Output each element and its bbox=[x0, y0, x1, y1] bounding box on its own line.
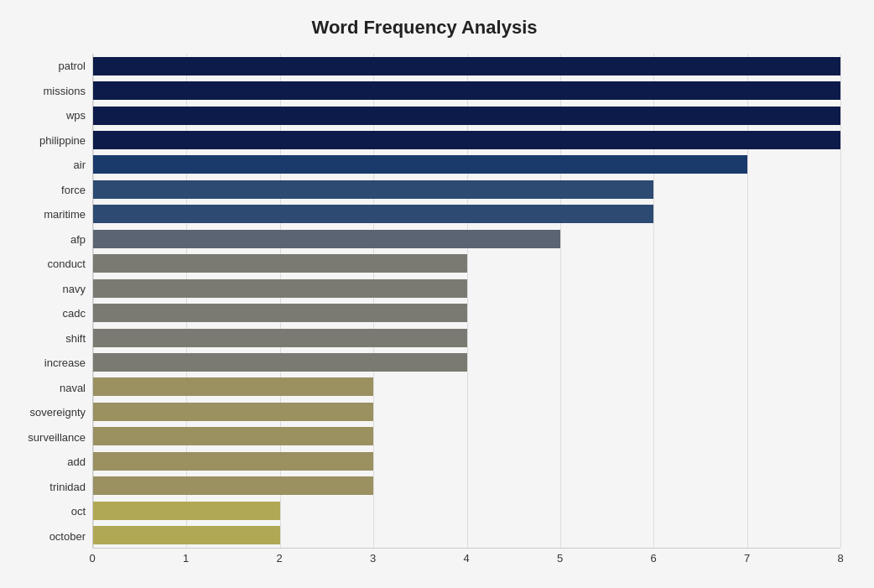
x-tick: 0 bbox=[89, 552, 95, 565]
chart-container: Word Frequency Analysis patrolmissionswp… bbox=[0, 0, 874, 588]
bar-row bbox=[93, 178, 840, 200]
y-label: patrol bbox=[58, 55, 86, 77]
y-label: afp bbox=[70, 228, 86, 251]
bar-row bbox=[93, 400, 840, 423]
y-label: trinidad bbox=[49, 476, 86, 498]
bar bbox=[93, 131, 840, 149]
y-label: add bbox=[67, 450, 86, 473]
y-label: philippine bbox=[39, 129, 86, 152]
bar bbox=[93, 254, 467, 273]
bar-row bbox=[93, 302, 840, 325]
y-label: air bbox=[74, 154, 86, 176]
x-tick: 6 bbox=[650, 552, 656, 565]
y-label: oct bbox=[71, 500, 86, 523]
bar bbox=[93, 155, 747, 174]
bar-row bbox=[93, 154, 840, 176]
bar bbox=[93, 205, 653, 223]
bar bbox=[93, 403, 373, 421]
chart-area: patrolmissionswpsphilippineairforcemarit… bbox=[8, 54, 840, 549]
bar-row bbox=[93, 203, 840, 226]
bar-row bbox=[93, 129, 840, 152]
x-tick: 3 bbox=[370, 552, 376, 565]
bar bbox=[93, 81, 840, 100]
y-label: increase bbox=[44, 351, 86, 374]
bar-row bbox=[93, 524, 840, 547]
y-label: surveillance bbox=[28, 426, 86, 449]
grid-line bbox=[280, 54, 281, 548]
x-tick: 2 bbox=[276, 552, 282, 565]
bar-row bbox=[93, 499, 840, 522]
bar bbox=[93, 353, 467, 372]
bar-row bbox=[93, 326, 840, 349]
bar bbox=[93, 452, 373, 471]
grid-line bbox=[186, 54, 187, 548]
bar bbox=[93, 377, 373, 396]
y-label: shift bbox=[65, 327, 86, 350]
bar-row bbox=[93, 475, 840, 497]
y-label: conduct bbox=[47, 252, 86, 275]
y-label: wps bbox=[66, 104, 86, 127]
grid-line bbox=[93, 54, 94, 548]
bar bbox=[93, 230, 560, 248]
x-axis: 012345678 bbox=[92, 552, 840, 572]
grid-line bbox=[560, 54, 561, 548]
y-label: maritime bbox=[44, 203, 86, 226]
y-label: october bbox=[49, 525, 86, 548]
y-label: navy bbox=[63, 278, 86, 300]
grid-line bbox=[467, 54, 468, 548]
bar-row bbox=[93, 227, 840, 250]
bar bbox=[93, 476, 373, 495]
grid-line bbox=[840, 54, 841, 548]
bar-row bbox=[93, 376, 840, 398]
grid-line bbox=[747, 54, 748, 548]
bar bbox=[93, 329, 467, 347]
bar-row bbox=[93, 351, 840, 373]
x-tick: 8 bbox=[837, 552, 843, 565]
y-label: naval bbox=[60, 377, 86, 399]
bar bbox=[93, 107, 840, 125]
y-label: cadc bbox=[63, 302, 86, 325]
bar-row bbox=[93, 104, 840, 127]
grid-line bbox=[373, 54, 374, 548]
bar-row bbox=[93, 425, 840, 448]
bar bbox=[93, 304, 467, 322]
grid-line bbox=[653, 54, 654, 548]
bar-row bbox=[93, 450, 840, 472]
bar bbox=[93, 180, 653, 199]
bar-row bbox=[93, 80, 840, 102]
bar bbox=[93, 502, 280, 520]
y-label: missions bbox=[43, 80, 86, 102]
x-tick: 4 bbox=[463, 552, 469, 565]
bar bbox=[93, 279, 467, 298]
y-axis: patrolmissionswpsphilippineairforcemarit… bbox=[8, 54, 92, 549]
y-label: sovereignty bbox=[30, 401, 86, 424]
bar bbox=[93, 57, 840, 75]
y-label: force bbox=[61, 179, 86, 201]
plot-area bbox=[92, 54, 840, 549]
x-tick: 7 bbox=[744, 552, 750, 565]
bar bbox=[93, 427, 373, 445]
bar-row bbox=[93, 55, 840, 77]
bar-row bbox=[93, 252, 840, 275]
chart-title: Word Frequency Analysis bbox=[8, 17, 840, 39]
x-tick: 1 bbox=[183, 552, 189, 565]
x-tick: 5 bbox=[557, 552, 563, 565]
bar-row bbox=[93, 277, 840, 299]
bar bbox=[93, 526, 280, 544]
